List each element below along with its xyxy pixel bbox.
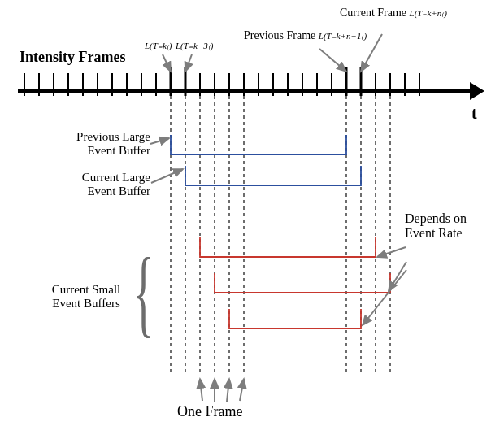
csb-l1: Current Small: [52, 283, 121, 296]
label-L-Tk: L(T₌k₍): [145, 41, 172, 51]
svg-marker-1: [470, 82, 484, 100]
plb-l2: Event Buffer: [87, 144, 150, 157]
label-depends: Depends on Event Rate: [405, 211, 467, 241]
dep-l2: Event Rate: [405, 226, 463, 240]
svg-line-41: [185, 54, 192, 72]
svg-line-49: [240, 379, 244, 401]
label-prev-large-buf: Previous Large Event Buffer: [24, 130, 150, 158]
svg-line-40: [163, 54, 171, 72]
label-one-frame: One Frame: [177, 403, 242, 420]
title: Intensity Frames: [20, 49, 125, 66]
svg-line-42: [319, 49, 346, 72]
svg-line-48: [227, 379, 229, 402]
svg-line-50: [377, 247, 406, 257]
dep-l1: Depends on: [405, 211, 467, 225]
label-L-Tk3: L(T₌k−3₍): [176, 41, 213, 51]
label-cur-large-buf: Current Large Event Buffer: [24, 171, 150, 198]
clb-l1: Current Large: [82, 171, 150, 184]
label-previous-frame: Previous Frame L(T₌k+n−1₍): [244, 29, 367, 42]
svg-line-45: [151, 169, 183, 183]
csb-l2: Event Buffers: [52, 297, 119, 310]
diagram-stage: Intensity Frames L(T₌k₍) L(T₌k−3₍) Previ…: [0, 0, 504, 426]
svg-line-52: [363, 270, 406, 325]
plb-l1: Previous Large: [76, 130, 150, 143]
label-cur-small-buf: Current Small Event Buffers: [29, 283, 143, 311]
cur-frame-math: L(T₌k+n₍): [410, 8, 447, 18]
clb-l2: Event Buffer: [87, 185, 150, 198]
cur-frame-text: Current Frame: [340, 7, 406, 19]
label-current-frame: Current Frame L(T₌k+n₍): [340, 7, 447, 20]
prev-frame-text: Previous Frame: [244, 29, 315, 41]
svg-line-46: [200, 379, 202, 401]
svg-line-51: [389, 262, 406, 291]
brace-icon: {: [133, 244, 154, 341]
svg-line-44: [150, 138, 169, 144]
axis-label-t: t: [471, 104, 477, 123]
prev-frame-math: L(T₌k+n−1₍): [319, 31, 367, 41]
